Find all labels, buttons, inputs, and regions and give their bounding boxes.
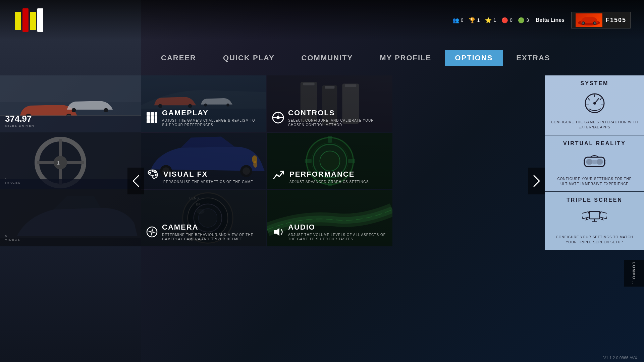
nav-community[interactable]: COMMUNITY [288,50,367,66]
message-icon: 🟢 [518,17,525,23]
friends-count: 0 [461,17,464,23]
right-panel-system[interactable]: SYSTEM CONFIGURE THE GAME'S INTERACTION … [545,75,644,135]
version-label: V1.1.2.0.0866.AVX [603,356,637,360]
grid-item-gameplay[interactable]: GAMEPLAY ADJUST THE GAME'S CHALLENGE & R… [141,75,266,132]
miles-value: 374.97 [5,114,35,124]
system-desc: CONFIGURE THE GAME'S INTERACTION WITH EX… [550,120,639,130]
svg-rect-99 [586,159,592,165]
right-panel-vr[interactable]: VIRTUAL REALITY CONFIGURE YOUR SETTINGS … [545,135,644,191]
stars-count: 1 [493,17,496,23]
community-edge: COMMU... [624,260,644,287]
nav-extras[interactable]: EXTRAS [503,50,564,66]
stat-messages: 🟢 3 [518,17,529,23]
svg-rect-36 [151,112,154,116]
videos-count: 0 [5,235,20,238]
miles-label: MILES DRIVEN [5,124,35,127]
svg-line-109 [602,218,603,220]
camera-text: CAMERA DETERMINE THE BEHAVIOUR AND VIEW … [162,224,261,241]
svg-rect-43 [155,120,157,123]
svg-rect-102 [582,212,590,219]
visual-fx-icon [146,168,159,181]
svg-point-86 [197,209,205,214]
svg-rect-35 [147,112,150,116]
svg-rect-29 [0,238,141,246]
gameplay-text: GAMEPLAY ADJUST THE GAME'S CHALLENGE & R… [162,109,261,127]
gameplay-icon [146,111,158,124]
svg-point-66 [154,171,156,173]
options-grid: GAMEPLAY ADJUST THE GAME'S CHALLENGE & R… [141,75,392,246]
system-title: SYSTEM [581,80,609,86]
sidebar-num-1: 1 [5,178,21,181]
svg-point-16 [104,108,108,112]
svg-point-6 [582,22,584,24]
grid-item-visual-fx[interactable]: VISUAL FX PERSONALISE THE AESTHETICS OF … [141,133,266,189]
friends-icon: 👥 [452,17,459,23]
triple-screen-icon [582,210,607,231]
svg-rect-26 [0,179,141,189]
svg-point-31 [158,104,162,108]
nav-quick-play[interactable]: QUICK PLAY [210,50,288,66]
grid-item-performance[interactable]: PERFORMANCE ADJUST ADVANCED GRAPHICS SET… [267,133,392,189]
header: 👥 0 🏆 1 ⭐ 1 🔴 0 🟢 3 Betta Lines [0,0,644,40]
visual-fx-content: VISUAL FX PERSONALISE THE AESTHETICS OF … [146,168,253,184]
nav-career[interactable]: CAREER [148,50,210,66]
trophy-icon: 🏆 [469,17,476,23]
audio-text: AUDIO ADJUST THE VOLUME LEVELS OF ALL AS… [288,224,387,241]
arrow-left-button[interactable] [127,168,144,194]
grid-item-camera[interactable]: LENS EF 85mm [141,190,266,246]
camera-title: CAMERA [162,224,261,231]
svg-rect-100 [597,159,603,165]
username: Betta Lines [536,17,565,23]
controls-icon-container: CONTROLS SELECT, CONFIGURE, AND CALIBRAT… [272,109,387,127]
visual-fx-icon-container: VISUAL FX PERSONALISE THE AESTHETICS OF … [146,168,253,184]
svg-line-94 [588,98,590,100]
performance-icon [272,168,285,181]
arrow-right-button[interactable] [528,168,545,194]
svg-rect-0 [15,12,21,30]
svg-rect-40 [155,116,157,120]
right-panel-triple-screen[interactable]: TRIPLE SCREEN [545,192,644,250]
navigation: CAREER QUICK PLAY COMMUNITY MY PROFILE O… [141,50,644,66]
stat-friends: 👥 0 [452,17,464,23]
svg-line-103 [586,218,587,220]
nav-my-profile[interactable]: MY PROFILE [366,50,445,66]
community-edge-label: COMMU... [632,262,636,285]
svg-point-33 [204,104,207,107]
svg-point-21 [54,156,67,169]
car-id: F1505 [606,17,626,24]
audio-desc: ADJUST THE VOLUME LEVELS OF ALL ASPECTS … [288,233,387,241]
svg-rect-38 [147,116,150,120]
images-label: IMAGES [5,181,21,184]
audio-title: AUDIO [288,224,387,231]
stat-stars: ⭐ 1 [485,17,496,23]
gameplay-icon-container: GAMEPLAY ADJUST THE GAME'S CHALLENGE & R… [146,109,261,127]
svg-rect-1 [22,8,29,32]
vr-icon [584,153,605,173]
stat-trophies: 🏆 1 [469,17,480,23]
performance-title: PERFORMANCE [289,171,369,178]
audio-icon-container: AUDIO ADJUST THE VOLUME LEVELS OF ALL AS… [272,224,387,241]
logo [13,5,47,35]
performance-content: PERFORMANCE ADJUST ADVANCED GRAPHICS SET… [272,168,369,184]
svg-text:EF: EF [196,203,201,206]
grid-item-controls[interactable]: CONTROLS SELECT, CONFIGURE, AND CALIBRAT… [267,75,392,132]
svg-text:LENS: LENS [190,196,199,200]
sidebar-miles-overlay: 374.97 MILES DRIVEN [5,114,35,127]
system-icon [585,93,605,116]
svg-rect-3 [37,8,43,32]
gameplay-content: GAMEPLAY ADJUST THE GAME'S CHALLENGE & R… [146,109,261,127]
car-badge[interactable]: F1505 [571,12,631,28]
trophies-count: 1 [477,17,480,23]
controls-desc: SELECT, CONFIGURE, AND CALIBRATE YOUR CH… [288,118,387,127]
grid-item-audio[interactable]: AUDIO ADJUST THE VOLUME LEVELS OF ALL AS… [267,190,392,246]
triple-screen-desc: CONFIGURE YOUR SETTINGS TO MATCH YOUR TR… [550,235,639,245]
svg-text:1: 1 [57,160,60,166]
vr-title: VIRTUAL REALITY [563,140,626,146]
videos-label: VIDEOS [5,238,20,241]
stat-alerts: 🔴 0 [501,17,513,23]
svg-point-64 [149,172,151,174]
svg-point-34 [226,104,229,107]
nav-options[interactable]: OPTIONS [445,50,503,66]
svg-rect-49 [303,82,315,85]
audio-icon [272,225,284,239]
